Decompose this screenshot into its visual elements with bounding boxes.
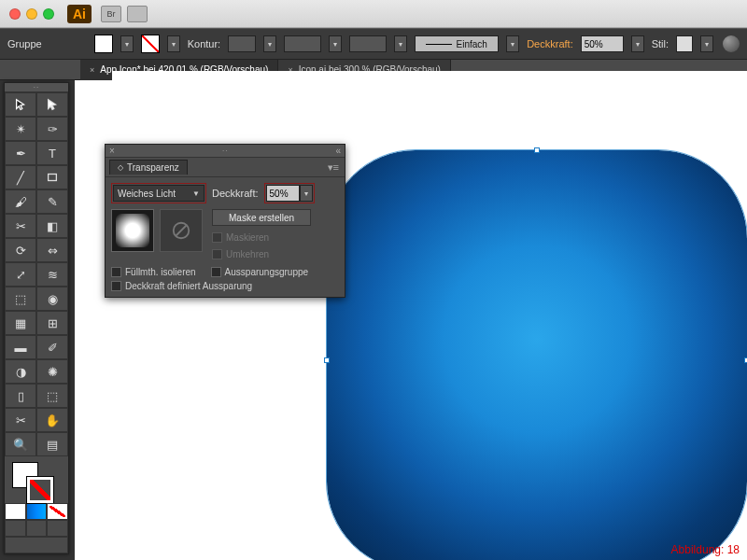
create-mask-button[interactable]: Maske erstellen xyxy=(212,209,311,226)
pencil-tool[interactable]: ✎ xyxy=(36,189,68,214)
tools-grip[interactable]: ·· xyxy=(5,83,68,92)
stroke-color-dropdown[interactable] xyxy=(263,35,276,52)
fill-dropdown[interactable] xyxy=(120,35,134,52)
recolor-icon[interactable] xyxy=(723,35,740,52)
close-panel-icon[interactable]: × xyxy=(109,146,115,156)
blend-mode-select[interactable]: Weiches Licht▼ xyxy=(113,185,204,202)
knockout-group-checkbox[interactable] xyxy=(211,267,221,277)
color-mode[interactable] xyxy=(5,503,26,520)
mesh-tool[interactable]: ⊞ xyxy=(36,311,68,335)
column-graph-tool[interactable]: ▯ xyxy=(5,384,36,408)
stroke-swatch[interactable] xyxy=(141,35,160,53)
scale-tool[interactable]: ⤢ xyxy=(5,262,36,287)
opacity-defines-knockout-checkbox[interactable] xyxy=(111,281,121,291)
opacity-field[interactable]: 50% xyxy=(581,35,624,52)
rectangle-tool[interactable] xyxy=(36,165,68,189)
panel-grip[interactable]: × ·· « xyxy=(106,145,345,158)
window-controls xyxy=(9,8,54,20)
width-tool[interactable]: ≋ xyxy=(36,262,68,287)
style-swatch[interactable] xyxy=(676,35,693,52)
panel-menu-icon[interactable]: ▾≡ xyxy=(328,161,339,174)
slice-tool[interactable]: ✂ xyxy=(5,408,36,432)
perspective-grid-tool[interactable]: ▦ xyxy=(5,311,36,335)
transparency-panel: × ·· « ◇Transparenz ▾≡ Weiches Licht▼ De… xyxy=(105,144,345,298)
pen-tool[interactable]: ✒ xyxy=(5,141,36,165)
svg-line-2 xyxy=(176,226,187,236)
blend-mode-highlight: Weiches Licht▼ xyxy=(111,183,206,203)
mask-thumbnail[interactable] xyxy=(160,209,203,252)
draw-inside[interactable] xyxy=(47,520,68,537)
brush-dropdown[interactable] xyxy=(506,35,519,52)
selection-tool[interactable] xyxy=(5,92,36,117)
draw-normal[interactable] xyxy=(5,520,26,537)
stil-label: Stil: xyxy=(652,38,669,49)
zoom-tool[interactable]: 🔍 xyxy=(5,432,36,456)
stroke-box[interactable] xyxy=(27,477,53,503)
umkehren-checkbox xyxy=(212,249,222,259)
tools-panel: ·· ✴ ✑ ✒ T ╱ 🖌 ✎ ✂ ◧ ⟳ ⇔ ⤢ ≋ ⬚ ◉ ▦ ⊞ ▬ ✐… xyxy=(4,82,69,554)
panel-deckkraft-label: Deckkraft: xyxy=(212,188,259,199)
variable-width-dropdown[interactable] xyxy=(394,35,407,52)
blend-tool[interactable]: ◑ xyxy=(5,359,36,384)
deckkraft-label: Deckkraft: xyxy=(527,38,573,49)
reflect-tool[interactable]: ⇔ xyxy=(36,238,68,262)
eraser-tool[interactable]: ◧ xyxy=(36,214,68,238)
control-bar: Gruppe Kontur: Einfach Deckkraft: 50% St… xyxy=(0,28,747,60)
fill-stroke-control[interactable] xyxy=(5,456,68,503)
isolate-blending-checkbox[interactable] xyxy=(111,267,121,277)
app-badge: Ai xyxy=(67,5,92,23)
opacity-highlight: 50% xyxy=(264,183,315,203)
none-mode[interactable] xyxy=(47,503,68,520)
draw-behind[interactable] xyxy=(26,520,48,537)
bridge-button[interactable]: Br xyxy=(101,6,121,22)
line-tool[interactable]: ╱ xyxy=(5,165,36,189)
collapse-panel-icon[interactable]: « xyxy=(335,146,341,156)
transparency-tab[interactable]: ◇Transparenz xyxy=(109,160,188,175)
arrange-button[interactable] xyxy=(127,6,148,22)
zoom-window[interactable] xyxy=(43,8,54,20)
eyedropper-tool[interactable]: ✐ xyxy=(36,335,68,359)
close-window[interactable] xyxy=(9,8,21,20)
close-tab-icon[interactable]: × xyxy=(90,65,94,75)
blob-brush-tool[interactable]: ✂ xyxy=(5,214,36,238)
artboard-tool[interactable]: ⬚ xyxy=(36,384,68,408)
paintbrush-tool[interactable]: 🖌 xyxy=(5,189,36,214)
object-thumbnail[interactable] xyxy=(111,209,154,252)
magic-wand-tool[interactable]: ✴ xyxy=(5,117,36,141)
gradient-tool[interactable]: ▬ xyxy=(5,335,36,359)
opacity-dropdown[interactable] xyxy=(631,35,644,52)
stroke-weight-field[interactable] xyxy=(284,35,321,52)
stroke-color-swatch[interactable] xyxy=(228,35,256,52)
type-tool[interactable]: T xyxy=(36,141,68,165)
app-icon-shape[interactable] xyxy=(327,150,747,560)
style-dropdown[interactable] xyxy=(700,35,713,52)
shape-builder-tool[interactable]: ◉ xyxy=(36,287,68,311)
anchor-point[interactable] xyxy=(324,357,330,363)
stroke-weight-dropdown[interactable] xyxy=(329,35,342,52)
minimize-window[interactable] xyxy=(26,8,37,20)
anchor-point[interactable] xyxy=(534,147,540,153)
hand-tool[interactable]: ✋ xyxy=(36,408,68,432)
gradient-mode[interactable] xyxy=(26,503,48,520)
maskieren-checkbox xyxy=(212,232,222,243)
panel-opacity-dropdown[interactable] xyxy=(300,185,313,202)
titlebar: Ai Br xyxy=(0,0,747,28)
symbol-sprayer-tool[interactable]: ✺ xyxy=(36,359,68,384)
kontur-label: Kontur: xyxy=(188,38,220,49)
brush-definition[interactable]: Einfach xyxy=(415,35,499,52)
direct-selection-tool[interactable] xyxy=(36,92,68,117)
free-transform-tool[interactable]: ⬚ xyxy=(5,287,36,311)
print-tiling-tool[interactable]: ▤ xyxy=(36,432,68,456)
color-mode-row xyxy=(5,503,68,520)
variable-width-field[interactable] xyxy=(349,35,387,52)
selection-type-label: Gruppe xyxy=(7,38,42,49)
screen-mode-row xyxy=(5,537,68,553)
lasso-tool[interactable]: ✑ xyxy=(36,117,68,141)
panel-opacity-field[interactable]: 50% xyxy=(266,185,300,202)
stroke-dropdown[interactable] xyxy=(167,35,180,52)
rotate-tool[interactable]: ⟳ xyxy=(5,238,36,262)
screen-mode[interactable] xyxy=(5,537,68,553)
fill-swatch[interactable] xyxy=(94,35,113,53)
svg-rect-0 xyxy=(49,175,57,181)
figure-label: Abbildung: 18 xyxy=(671,543,740,556)
